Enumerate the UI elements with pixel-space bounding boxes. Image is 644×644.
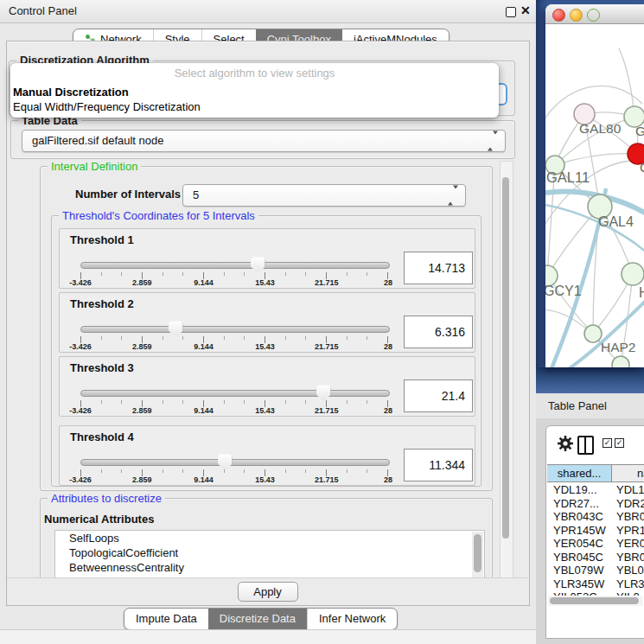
threshold-1-value-field[interactable]: 14.713 xyxy=(404,252,473,284)
threshold-4-slider[interactable] xyxy=(80,459,388,466)
node-label: H xyxy=(639,285,644,300)
stepper-icon xyxy=(488,135,498,148)
tab-impute-label: Impute Data xyxy=(136,609,197,629)
node-label: GCY1 xyxy=(545,284,582,298)
minimize-traffic-light-icon[interactable] xyxy=(570,9,583,22)
desktop-frame-bottom xyxy=(536,367,644,393)
attributes-group-title: Attributes to discretize xyxy=(48,492,165,505)
network-graph: GAL80 GA C GAL11 GAL4 GCY1 H HAP2 xyxy=(545,24,644,367)
tab-discretize-data[interactable]: Discretize Data xyxy=(208,609,307,629)
tab-infer-label: Infer Network xyxy=(319,609,386,629)
slider-track[interactable] xyxy=(80,326,390,333)
slider-tick-labels: -3.4262.8599.14415.4321.71528 xyxy=(80,475,388,484)
threshold-1-slider[interactable] xyxy=(80,262,388,269)
threshold-2-slider[interactable] xyxy=(80,326,388,333)
node-h[interactable] xyxy=(622,263,644,285)
threshold-1-box: Threshold 1 -3.4262.8599.14415.4321.7152… xyxy=(59,228,475,289)
slider-track[interactable] xyxy=(80,390,390,397)
threshold-4-box: Threshold 4 -3.4262.8599.14415.4321.7152… xyxy=(59,425,475,486)
attribute-item[interactable]: BetweennessCentrality xyxy=(55,560,484,575)
table-scrollbar-thumb[interactable] xyxy=(550,597,639,604)
control-panel-titlebar: Control Panel ✕ xyxy=(0,0,536,23)
threshold-3-value-field[interactable]: 21.4 xyxy=(404,379,473,412)
attribute-item[interactable]: TopologicalCoefficient xyxy=(55,545,484,560)
node-hap2[interactable] xyxy=(584,325,602,342)
table-data-combobox[interactable]: galFiltered.sif default node xyxy=(22,130,506,152)
slider-thumb[interactable] xyxy=(251,257,265,273)
checkbox-checked-icon[interactable] xyxy=(615,438,624,448)
table-row[interactable]: YBL079WYBL0 xyxy=(547,564,644,577)
thresholds-groupbox: Threshold's Coordinates for 5 Intervals … xyxy=(51,215,481,487)
tab-discretize-label: Discretize Data xyxy=(220,609,296,629)
list-scrollbar-thumb[interactable] xyxy=(474,534,481,572)
apply-button[interactable]: Apply xyxy=(238,582,298,602)
table-row[interactable]: YBR043CYBR0 xyxy=(547,510,644,524)
zoom-traffic-light-icon[interactable] xyxy=(587,9,600,22)
node-label: GAL80 xyxy=(579,121,622,136)
number-of-intervals-label: Number of Intervals xyxy=(75,188,181,201)
slider-thumb[interactable] xyxy=(169,321,183,337)
interval-definition-groupbox: Interval Definition Number of Intervals … xyxy=(40,166,493,491)
table-panel-card: shared... name YDL19...YDL1YDR27...YDR2Y… xyxy=(545,425,644,639)
number-of-intervals-value: 5 xyxy=(193,185,199,206)
table-row[interactable]: YDR27...YDR2 xyxy=(547,497,644,511)
algorithm-option-manual[interactable]: Manual Discretization xyxy=(13,86,129,99)
screen: Control Panel ✕ Network Style Select Cyn… xyxy=(0,0,644,644)
table-row[interactable]: YPR145WYPR1 xyxy=(547,524,644,538)
apply-band: Apply xyxy=(7,577,528,605)
threshold-3-slider[interactable] xyxy=(80,390,388,397)
table-header-row: shared... name xyxy=(547,464,644,482)
stepper-icon xyxy=(448,189,458,202)
threshold-4-label: Threshold 4 xyxy=(70,430,134,443)
threshold-4-value-field[interactable]: 11.344 xyxy=(404,449,473,481)
checkbox-checked-icon[interactable] xyxy=(603,438,612,448)
table-row[interactable]: YLR345WYLR3 xyxy=(547,577,644,591)
gear-icon[interactable] xyxy=(556,434,575,453)
tab-impute-data[interactable]: Impute Data xyxy=(124,609,208,629)
algorithm-dropdown-popup: Select algorithm to view settings Manual… xyxy=(10,63,499,118)
threshold-3-label: Threshold 3 xyxy=(70,361,134,374)
split-pane-icon[interactable] xyxy=(577,436,594,455)
column-header-name[interactable]: name xyxy=(612,465,644,481)
close-icon[interactable]: ✕ xyxy=(520,3,531,17)
threshold-2-value-field[interactable]: 6.316 xyxy=(404,316,473,348)
column-header-shared-name[interactable]: shared... xyxy=(547,465,612,481)
numerical-attributes-label: Numerical Attributes xyxy=(44,513,154,526)
interval-group-title: Interval Definition xyxy=(48,160,141,173)
node-label: C xyxy=(640,160,644,175)
close-traffic-light-icon[interactable] xyxy=(552,9,565,22)
algorithm-option-equal-width[interactable]: Equal Width/Frequency Discretization xyxy=(13,100,201,113)
algorithm-hint: Select algorithm to view settings xyxy=(10,67,499,80)
panel-scrollbar[interactable] xyxy=(500,161,513,579)
slider-thumb[interactable] xyxy=(218,454,233,470)
table-row[interactable]: YER054CYER0 xyxy=(547,537,644,551)
slider-thumb[interactable] xyxy=(316,385,331,401)
thresholds-group-title: Threshold's Coordinates for 5 Intervals xyxy=(59,209,258,222)
number-of-intervals-combobox[interactable]: 5 xyxy=(182,184,466,207)
control-panel-title: Control Panel xyxy=(9,0,77,22)
tab-infer-network[interactable]: Infer Network xyxy=(307,609,397,629)
slider-tick-labels: -3.4262.8599.14415.4321.71528 xyxy=(80,406,388,415)
threshold-1-label: Threshold 1 xyxy=(70,233,134,246)
panel-scrollbar-thumb[interactable] xyxy=(502,177,509,539)
attribute-item[interactable]: SelfLoops xyxy=(55,531,484,545)
network-canvas[interactable]: GAL80 GA C GAL11 GAL4 GCY1 H HAP2 xyxy=(545,24,644,367)
node-label: GAL4 xyxy=(598,214,634,229)
table-row[interactable]: YDL19...YDL1 xyxy=(547,483,644,497)
threshold-2-box: Threshold 2 -3.4262.8599.14415.4321.7152… xyxy=(59,292,475,353)
slider-track[interactable] xyxy=(80,262,390,269)
table-toolbar xyxy=(546,426,644,463)
table-rows: YDL19...YDL1YDR27...YDR2YBR043CYBR0YPR14… xyxy=(547,483,644,596)
table-panel-title: Table Panel xyxy=(548,393,607,418)
table-horizontal-scrollbar[interactable] xyxy=(548,596,643,606)
node-label: HAP2 xyxy=(601,340,636,354)
threshold-3-box: Threshold 3 -3.4262.8599.14415.4321.7152… xyxy=(59,356,475,417)
network-window: GAL80 GA C GAL11 GAL4 GCY1 H HAP2 xyxy=(545,4,644,367)
node-label: GA xyxy=(635,124,644,138)
node-bottom[interactable] xyxy=(612,356,629,367)
table-row[interactable]: YBR045CYBR0 xyxy=(547,551,644,564)
float-window-icon[interactable] xyxy=(506,7,516,17)
slider-track[interactable] xyxy=(80,459,390,466)
network-window-titlebar[interactable] xyxy=(545,4,644,24)
bottom-strip xyxy=(0,629,536,644)
